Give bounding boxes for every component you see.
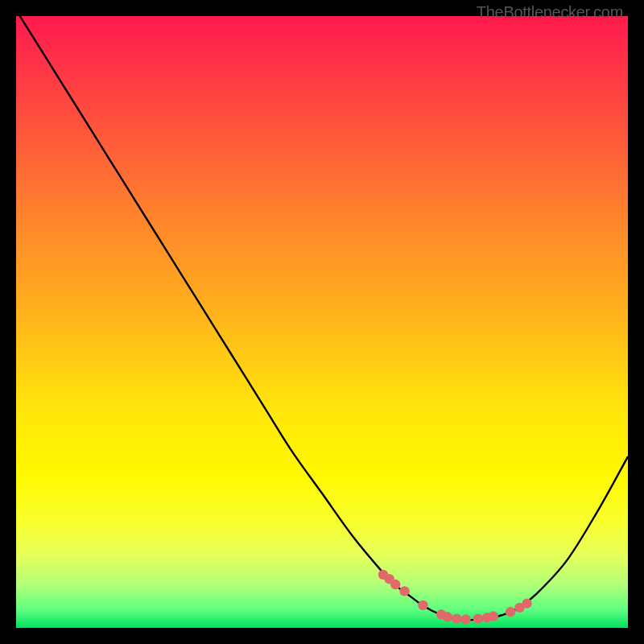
plot-area (16, 16, 628, 628)
heatmap-gradient (16, 16, 628, 628)
chart-container: TheBottlenecker.com (0, 0, 644, 644)
watermark-text: TheBottlenecker.com (477, 3, 623, 22)
